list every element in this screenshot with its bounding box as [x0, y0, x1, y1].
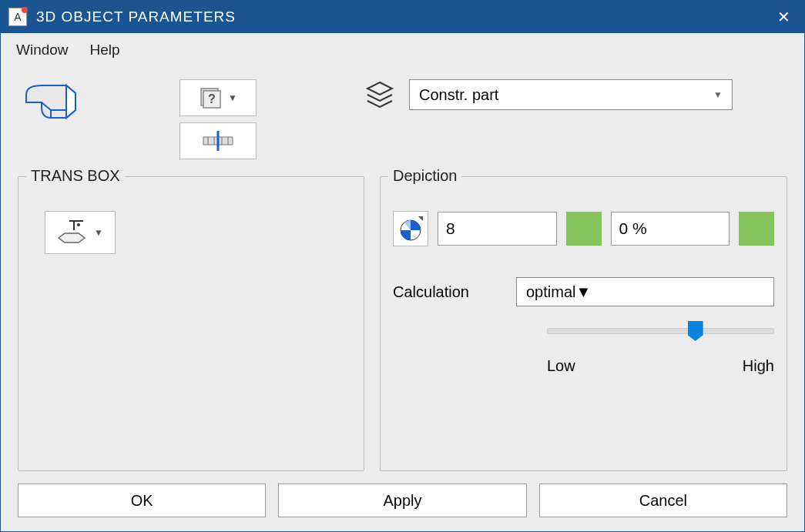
depiction-panel: Depiction 8 0 % Ca	[380, 176, 787, 471]
ok-button[interactable]: OK	[18, 483, 266, 517]
app-icon: A	[8, 8, 27, 26]
trans-mode-icon	[57, 219, 88, 246]
menubar: Window Help	[1, 33, 804, 67]
cancel-button[interactable]: Cancel	[539, 483, 787, 517]
segments-input[interactable]: 8	[438, 212, 557, 246]
trans-box-label: TRANS BOX	[26, 167, 125, 185]
layer-combo[interactable]: Constr. part ▼	[409, 79, 733, 110]
color-sphere-icon	[397, 215, 424, 243]
trans-mode-button[interactable]: ▼	[45, 211, 116, 254]
quality-slider[interactable]	[547, 328, 774, 334]
top-row: ? ▼ Con	[18, 79, 787, 159]
mid-buttons: ? ▼	[179, 79, 257, 159]
layer-select: Constr. part ▼	[364, 79, 733, 110]
calculation-label: Calculation	[393, 283, 501, 301]
quality-slider-thumb[interactable]	[688, 321, 703, 341]
content: ? ▼ Con	[1, 67, 804, 471]
footer: OK Apply Cancel	[1, 471, 804, 531]
calculation-combo-value: optimal	[526, 283, 575, 301]
depiction-values-row: 8 0 %	[393, 211, 774, 246]
chevron-down-icon: ▼	[575, 283, 591, 301]
calculation-row: Calculation optimal ▼	[393, 277, 774, 306]
svg-point-11	[77, 223, 80, 226]
layers-icon	[364, 79, 395, 110]
color-swatch-2[interactable]	[739, 212, 774, 246]
menu-help[interactable]: Help	[90, 42, 120, 59]
chevron-down-icon: ▼	[94, 227, 103, 238]
close-icon[interactable]: ✕	[771, 5, 797, 29]
catalog-button[interactable]: ? ▼	[179, 79, 257, 116]
color-sphere-button[interactable]	[393, 211, 428, 246]
svg-text:?: ?	[208, 92, 216, 105]
menu-window[interactable]: Window	[16, 42, 69, 59]
object-3d-icon	[18, 79, 87, 125]
chevron-down-icon: ▼	[713, 89, 723, 100]
trans-box-panel: TRANS BOX ▼	[18, 176, 364, 471]
transparency-input[interactable]: 0 %	[611, 212, 730, 246]
quality-slider-wrap: Low High	[547, 328, 774, 375]
calculation-combo[interactable]: optimal ▼	[516, 277, 774, 306]
depiction-label: Depiction	[388, 167, 461, 185]
section-icon	[199, 129, 237, 152]
slider-low-label: Low	[547, 357, 575, 375]
layer-combo-value: Constr. part	[419, 86, 498, 104]
slider-labels: Low High	[547, 357, 774, 375]
catalog-icon: ?	[199, 86, 222, 109]
titlebar: A 3D OBJECT PARAMETERS ✕	[1, 1, 804, 33]
window-title: 3D OBJECT PARAMETERS	[36, 8, 771, 25]
color-swatch-1[interactable]	[566, 212, 602, 246]
chevron-down-icon: ▼	[228, 92, 237, 103]
panels-row: TRANS BOX ▼ Depiction	[18, 176, 787, 471]
apply-button[interactable]: Apply	[278, 483, 526, 517]
slider-high-label: High	[743, 357, 774, 375]
section-button[interactable]	[179, 122, 257, 159]
